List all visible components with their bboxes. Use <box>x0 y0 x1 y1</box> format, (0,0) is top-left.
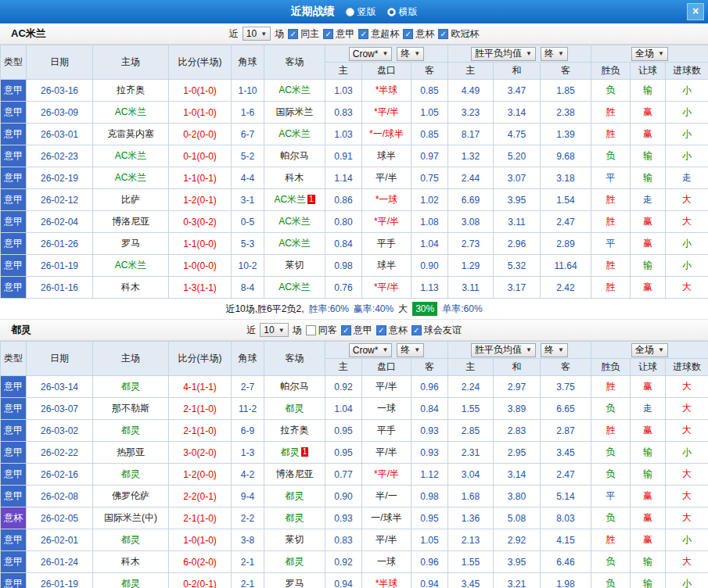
checkbox-icon[interactable]: ✓ <box>412 325 422 335</box>
eu-draw-odds-cell: 3.47 <box>494 80 541 102</box>
checkbox-icon[interactable]: ✓ <box>341 325 351 335</box>
asia-away-odds-cell: 0.96 <box>412 551 448 573</box>
scope-select[interactable]: 全场▼ <box>631 47 668 61</box>
team-name: 都灵 <box>121 381 140 392</box>
eu-draw-odds-cell: 5.20 <box>494 145 541 167</box>
near-label: 近 <box>246 324 256 337</box>
checkbox-icon[interactable]: ✓ <box>403 29 413 39</box>
filter-bar: 近10▼场✓同主✓意甲✓意超杯✓意杯✓欧冠杯 <box>229 27 479 41</box>
col-header-goals: 进球数 <box>666 359 708 376</box>
eu-final-select[interactable]: 终▼ <box>541 343 568 357</box>
close-button[interactable]: × <box>687 3 704 20</box>
eu-average-select[interactable]: 胜平负均值▼ <box>471 343 536 357</box>
filter-checkbox[interactable]: 同客 <box>306 324 337 337</box>
match-row: 意甲26-02-01都灵1-0(1-0)3-8莱切0.83平/半1.052.13… <box>1 529 708 551</box>
bookmaker-select[interactable]: Crow*▼ <box>349 47 393 61</box>
checkbox-icon[interactable]: ✓ <box>376 325 386 335</box>
checkbox-icon[interactable]: ✓ <box>323 29 333 39</box>
filter-checkbox[interactable]: ✓意甲 <box>323 27 354 41</box>
match-row: 意甲26-02-16都灵1-2(0-0)4-2博洛尼亚0.77*平/半1.123… <box>1 464 708 486</box>
scope-select[interactable]: 全场▼ <box>631 343 668 357</box>
filter-checkbox[interactable]: ✓意甲 <box>341 324 372 337</box>
radio-icon[interactable] <box>346 8 354 16</box>
eu-home-odds-cell: 1.29 <box>448 255 494 277</box>
filter-checkbox[interactable]: ✓欧冠杯 <box>438 27 479 41</box>
goals-result-cell: 大 <box>666 551 708 573</box>
date-cell: 26-01-19 <box>27 573 93 588</box>
col-header-eu-home: 主 <box>448 63 494 80</box>
handicap-cell: 平/半 <box>362 442 412 464</box>
asia-odds-group-header: Crow*▼ 终▼ <box>325 342 448 359</box>
corner-cell: 8-4 <box>232 277 264 299</box>
asia-home-odds-cell: 1.03 <box>325 80 362 102</box>
col-header-eu-draw: 和 <box>494 63 541 80</box>
match-count-value: 10 <box>264 324 274 335</box>
checkbox-icon[interactable]: ✓ <box>438 29 448 39</box>
team-name: AC米兰 <box>274 194 306 205</box>
col-header-corner: 角球 <box>232 342 264 376</box>
handicap-result-cell: 输 <box>631 464 666 486</box>
team-name: AC米兰 <box>11 27 46 41</box>
score-cell: 1-1(0-0) <box>169 233 232 255</box>
type-cell: 意杯 <box>1 507 27 529</box>
asia-home-odds-cell: 0.83 <box>325 102 362 124</box>
asia-odds-group-header: Crow*▼ 终▼ <box>325 45 448 63</box>
home-team-cell: 科木 <box>93 551 169 573</box>
result-cell: 胜 <box>591 255 631 277</box>
handicap-result-cell: 输 <box>631 255 666 277</box>
section-header-torino: 都灵 近10▼场同客✓意甲✓意杯✓球会友谊 <box>0 320 708 341</box>
eu-average-select[interactable]: 胜平负均值▼ <box>471 47 536 61</box>
dropdown-arrow-icon: ▼ <box>526 346 532 353</box>
filter-checkbox[interactable]: ✓意超杯 <box>358 27 399 41</box>
away-team-cell: 帕尔马 <box>264 376 325 398</box>
corner-cell: 0-5 <box>232 211 264 233</box>
scope-select-value: 全场 <box>635 47 654 60</box>
filter-checkbox[interactable]: ✓意杯 <box>403 27 434 41</box>
score-cell: 1-2(0-1) <box>169 189 232 211</box>
bookmaker-select[interactable]: Crow*▼ <box>349 343 393 357</box>
handicap-result-cell: 输 <box>631 551 666 573</box>
result-cell: 负 <box>591 398 631 420</box>
corner-cell: 1-3 <box>232 442 264 464</box>
match-count-select[interactable]: 10▼ <box>243 27 271 41</box>
home-team-cell: 罗马 <box>93 233 169 255</box>
asia-final-select[interactable]: 终▼ <box>397 343 424 357</box>
checkbox-icon[interactable]: ✓ <box>288 29 298 39</box>
eu-final-select[interactable]: 终▼ <box>541 47 568 61</box>
checkbox-icon[interactable] <box>306 325 316 335</box>
checkbox-icon[interactable]: ✓ <box>358 29 368 39</box>
eu-away-odds-cell: 1.54 <box>541 189 591 211</box>
filter-checkbox[interactable]: ✓同主 <box>288 27 319 41</box>
result-cell: 负 <box>591 442 631 464</box>
radio-horizontal-layout[interactable]: 横版 <box>387 5 418 19</box>
asia-final-select[interactable]: 终▼ <box>397 47 424 61</box>
filter-checkbox[interactable]: ✓球会友谊 <box>412 324 462 337</box>
asia-away-odds-cell: 0.98 <box>412 486 448 507</box>
team-name: AC米兰 <box>115 172 147 183</box>
match-row: 意甲26-03-14都灵4-1(1-1)2-7帕尔马0.92平/半0.962.2… <box>1 376 708 398</box>
date-cell: 26-02-01 <box>27 529 93 551</box>
score-cell: 1-0(1-0) <box>169 102 232 124</box>
match-count-select[interactable]: 10▼ <box>260 323 288 337</box>
asia-away-odds-cell: 0.75 <box>412 167 448 189</box>
eu-home-odds-cell: 3.04 <box>448 464 494 486</box>
corner-cell: 6-9 <box>232 420 264 442</box>
handicap-cell: *平/半 <box>362 211 412 233</box>
checkbox-label: 意杯 <box>389 324 408 337</box>
match-row: 意甲26-02-08佛罗伦萨2-2(0-1)9-4都灵0.90半/一0.981.… <box>1 486 708 507</box>
handicap-result-cell: 走 <box>631 189 666 211</box>
summary-odd-rate: 单率:60% <box>442 303 482 316</box>
radio-selected-icon[interactable] <box>387 8 396 16</box>
scope-select-value: 全场 <box>635 343 654 357</box>
goals-result-cell: 小 <box>666 102 708 124</box>
eu-draw-odds-cell: 3.89 <box>494 398 541 420</box>
radio-vertical-layout[interactable]: 竖版 <box>346 5 376 19</box>
filter-checkbox[interactable]: ✓意杯 <box>376 324 408 337</box>
handicap-result-cell: 赢 <box>631 211 666 233</box>
eu-draw-odds-cell: 3.95 <box>494 551 541 573</box>
handicap-result-cell: 赢 <box>631 124 666 145</box>
asia-away-odds-cell: 0.85 <box>412 80 448 102</box>
type-cell: 意甲 <box>1 573 27 588</box>
eu-draw-odds-cell: 3.80 <box>494 486 541 507</box>
handicap-cell: 平/半 <box>362 167 412 189</box>
